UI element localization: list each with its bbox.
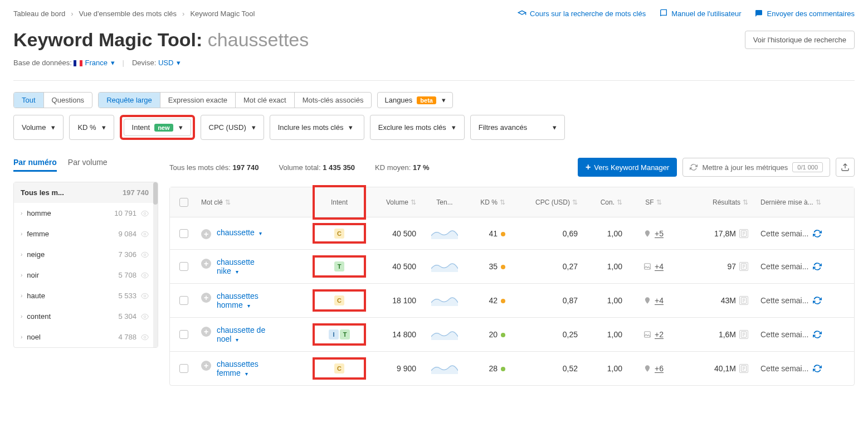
filter-include[interactable]: Inclure les mots clés▾	[270, 115, 364, 140]
keyword-link[interactable]: chaussette ▾	[217, 228, 262, 237]
col-volume[interactable]: Volume⇅	[364, 198, 425, 206]
intent-badge: T	[334, 261, 344, 271]
side-item[interactable]: ›femme9 084	[14, 224, 158, 244]
tab-broad[interactable]: Requête large	[99, 93, 160, 108]
side-all-keywords[interactable]: Tous les m... 197 740	[14, 182, 158, 203]
add-keyword-icon[interactable]: +	[201, 361, 211, 371]
crumb-overview[interactable]: Vue d'ensemble des mots clés	[79, 9, 177, 18]
history-button[interactable]: Voir l'historique de recherche	[745, 31, 855, 49]
refresh-row-icon[interactable]	[813, 262, 822, 271]
refresh-row-icon[interactable]	[813, 330, 822, 339]
eye-icon	[141, 333, 149, 341]
refresh-metrics-button[interactable]: Mettre à jour les métriques0/1 000	[682, 158, 830, 177]
table-row: +chaussette denoel ▾IT14 800200,251,00+2…	[170, 318, 854, 352]
row-checkbox[interactable]	[179, 262, 188, 271]
row-checkbox[interactable]	[179, 364, 188, 373]
svg-point-2	[144, 254, 146, 256]
serp-icon[interactable]	[739, 262, 748, 271]
serp-feature-icon	[643, 263, 651, 270]
eye-icon	[141, 230, 149, 238]
side-tab-volume[interactable]: Par volume	[68, 158, 108, 172]
serp-feature-icon	[643, 365, 651, 372]
side-item[interactable]: ›noel4 788	[14, 327, 158, 347]
breadcrumb: Tableau de bord› Vue d'ensemble des mots…	[13, 9, 255, 18]
tab-phrase[interactable]: Expression exacte	[160, 93, 236, 108]
trend-sparkline	[431, 363, 458, 374]
tab-related[interactable]: Mots-clés associés	[295, 93, 372, 108]
trend-sparkline	[431, 228, 458, 239]
side-item[interactable]: ›content5 304	[14, 306, 158, 327]
filter-advanced[interactable]: Filtres avancés▾	[470, 115, 565, 140]
trend-sparkline	[431, 329, 458, 340]
eye-icon	[141, 210, 149, 217]
serp-feature-icon	[643, 230, 651, 237]
side-item[interactable]: ›homme10 791	[14, 203, 158, 224]
keyword-link[interactable]: chaussetteshomme ▾	[217, 292, 259, 309]
row-checkbox[interactable]	[179, 296, 188, 305]
refresh-row-icon[interactable]	[813, 364, 822, 373]
filter-cpc[interactable]: CPC (USD)▾	[201, 115, 264, 140]
top-nav: Tableau de bord› Vue d'ensemble des mots…	[13, 9, 855, 18]
sidebar-scrollbar[interactable]	[153, 182, 158, 347]
crumb-tool[interactable]: Keyword Magic Tool	[190, 9, 255, 18]
filter-volume[interactable]: Volume▾	[13, 115, 64, 140]
serp-feature-icon	[643, 331, 651, 338]
serp-icon[interactable]	[739, 296, 748, 305]
tab-questions[interactable]: Questions	[44, 93, 92, 108]
tab-exact[interactable]: Mot clé exact	[236, 93, 295, 108]
serp-features-count[interactable]: +4	[655, 262, 664, 271]
side-item[interactable]: ›noir5 708	[14, 265, 158, 285]
database-selector[interactable]: France ▾	[74, 59, 114, 67]
row-checkbox[interactable]	[179, 330, 188, 339]
currency-selector[interactable]: USD ▾	[158, 59, 181, 67]
select-all-checkbox[interactable]	[179, 198, 188, 207]
to-keyword-manager-button[interactable]: +Vers Keyword Manager	[578, 158, 677, 177]
keyword-link[interactable]: chaussette denoel ▾	[217, 326, 265, 343]
svg-point-3	[144, 274, 146, 277]
filter-exclude[interactable]: Exclure les mots clés▾	[370, 115, 465, 140]
col-intent-header[interactable]: Intent	[315, 187, 364, 217]
add-keyword-icon[interactable]: +	[201, 293, 211, 303]
serp-features-count[interactable]: +6	[655, 364, 664, 373]
add-keyword-icon[interactable]: +	[201, 327, 211, 337]
intent-badge: C	[334, 363, 344, 374]
link-feedback[interactable]: Envoyer des commentaires	[754, 9, 855, 18]
table-row: +chaussetteshomme ▾C18 100420,871,00+443…	[170, 284, 854, 318]
serp-features-count[interactable]: +5	[655, 229, 664, 238]
table-row: +chaussettenike ▾T40 500350,271,00+497Ce…	[170, 250, 854, 284]
refresh-row-icon[interactable]	[813, 296, 822, 305]
svg-rect-11	[645, 264, 651, 270]
serp-icon[interactable]	[739, 229, 748, 238]
side-item[interactable]: ›neige7 306	[14, 244, 158, 265]
languages-selector[interactable]: Languesbeta▾	[377, 92, 453, 108]
intent-badge: C	[334, 295, 344, 305]
serp-icon[interactable]	[739, 364, 748, 373]
side-item[interactable]: ›haute5 533	[14, 285, 158, 306]
serp-features-count[interactable]: +4	[655, 296, 664, 305]
keyword-link[interactable]: chaussettesfemme ▾	[217, 360, 259, 377]
svg-point-0	[144, 212, 146, 215]
serp-icon[interactable]	[739, 330, 748, 339]
add-keyword-icon[interactable]: +	[201, 229, 211, 239]
row-checkbox[interactable]	[179, 229, 188, 238]
tab-all[interactable]: Tout	[14, 93, 44, 108]
add-keyword-icon[interactable]: +	[201, 259, 211, 269]
col-cpc[interactable]: CPC (USD)⇅	[520, 198, 587, 206]
col-kd[interactable]: KD %⇅	[464, 198, 520, 206]
crumb-dashboard[interactable]: Tableau de bord	[13, 9, 65, 18]
trend-sparkline	[431, 261, 458, 272]
eye-icon	[141, 271, 149, 279]
refresh-row-icon[interactable]	[813, 229, 822, 238]
trend-sparkline	[431, 295, 458, 306]
link-manual[interactable]: Manuel de l'utilisateur	[659, 9, 741, 18]
serp-features-count[interactable]: +2	[655, 330, 664, 339]
side-tab-number[interactable]: Par numéro	[13, 158, 57, 172]
eye-icon	[141, 292, 149, 300]
svg-point-1	[144, 233, 146, 235]
filter-intent[interactable]: Intentnew▾	[124, 119, 191, 136]
filter-kd[interactable]: KD %▾	[69, 115, 114, 140]
svg-point-4	[144, 295, 146, 297]
link-course[interactable]: Cours sur la recherche de mots clés	[518, 9, 646, 18]
keyword-link[interactable]: chaussettenike ▾	[217, 258, 255, 275]
export-button[interactable]	[836, 158, 855, 177]
